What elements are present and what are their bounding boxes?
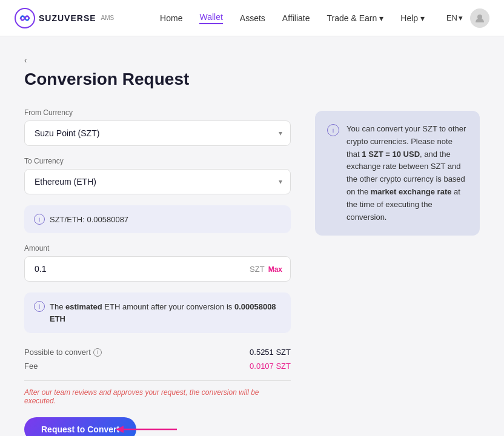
main-content: ‹ Conversion Request From Currency Suzu … <box>0 36 504 436</box>
nav-home[interactable]: Home <box>160 13 182 23</box>
rate-text: SZT/ETH: 0.00580087 <box>50 215 128 224</box>
from-currency-label: From Currency <box>24 108 291 117</box>
info-card-icon: i <box>327 124 339 136</box>
possible-convert-label: Possible to convert i <box>24 348 102 357</box>
page-title: Conversion Request <box>24 70 480 89</box>
amount-unit: SZT <box>250 265 265 274</box>
from-currency-group: From Currency Suzu Point (SZT) ▾ <box>24 108 291 146</box>
nav-wallet[interactable]: Wallet <box>199 12 222 24</box>
language-selector[interactable]: EN ▾ <box>446 13 463 22</box>
user-avatar[interactable] <box>470 8 489 28</box>
rate-box: i SZT/ETH: 0.00580087 <box>24 205 291 233</box>
help-chevron-icon: ▾ <box>420 13 425 23</box>
from-currency-select-wrapper: Suzu Point (SZT) ▾ <box>24 121 291 146</box>
max-button[interactable]: Max <box>268 265 282 273</box>
logo-ams: AMS <box>101 15 114 21</box>
logo[interactable]: SUZUVERSE AMS <box>15 8 114 28</box>
back-icon: ‹ <box>24 56 27 65</box>
logo-text: SUZUVERSE <box>39 13 96 23</box>
fee-label: Fee <box>24 362 38 371</box>
right-panel: i You can convert your SZT to other cryp… <box>315 108 480 436</box>
amount-suffix: SZT Max <box>250 265 282 274</box>
content-grid: From Currency Suzu Point (SZT) ▾ To Curr… <box>24 108 480 436</box>
nav-help[interactable]: Help ▾ <box>400 13 425 23</box>
amount-label: Amount <box>24 244 291 253</box>
logo-icon <box>15 8 35 28</box>
from-currency-select[interactable]: Suzu Point (SZT) <box>24 121 291 146</box>
nav-right: EN ▾ <box>446 8 489 28</box>
review-note: After our team reviews and approves your… <box>24 388 291 405</box>
possible-convert-value: 0.5251 SZT <box>250 348 291 357</box>
info-card: i You can convert your SZT to other cryp… <box>315 111 480 236</box>
possible-info-icon[interactable]: i <box>93 348 102 357</box>
to-currency-select[interactable]: Ethereum (ETH) <box>24 169 291 194</box>
rate-info-icon: i <box>34 214 45 225</box>
fee-row: Fee 0.0107 SZT <box>24 362 291 371</box>
info-card-text: You can convert your SZT to other crypto… <box>346 123 468 223</box>
estimate-text: The estimated ETH amount after your conv… <box>50 301 281 325</box>
svg-marker-3 <box>116 426 124 433</box>
divider <box>24 380 291 381</box>
arrow-indicator <box>110 420 183 436</box>
possible-convert-row: Possible to convert i 0.5251 SZT <box>24 348 291 357</box>
back-link[interactable]: ‹ <box>24 56 480 65</box>
nav-links: Home Wallet Assets Affiliate Trade & Ear… <box>138 12 446 24</box>
trade-earn-chevron-icon: ▾ <box>379 13 383 23</box>
nav-assets[interactable]: Assets <box>240 13 265 23</box>
navbar: SUZUVERSE AMS Home Wallet Assets Affilia… <box>0 0 504 36</box>
to-currency-select-wrapper: Ethereum (ETH) ▾ <box>24 169 291 194</box>
to-currency-group: To Currency Ethereum (ETH) ▾ <box>24 157 291 194</box>
estimate-info-icon: i <box>34 301 45 312</box>
amount-input-wrapper: SZT Max <box>24 256 291 282</box>
lang-chevron-icon: ▾ <box>459 13 463 22</box>
nav-affiliate[interactable]: Affiliate <box>282 13 310 23</box>
avatar-icon <box>474 13 485 24</box>
nav-trade-earn[interactable]: Trade & Earn ▾ <box>327 13 384 23</box>
estimate-box: i The estimated ETH amount after your co… <box>24 292 291 333</box>
fee-value: 0.0107 SZT <box>250 362 291 371</box>
left-panel: From Currency Suzu Point (SZT) ▾ To Curr… <box>24 108 291 436</box>
to-currency-label: To Currency <box>24 157 291 165</box>
convert-btn-section: Request to Convert <box>24 417 136 436</box>
